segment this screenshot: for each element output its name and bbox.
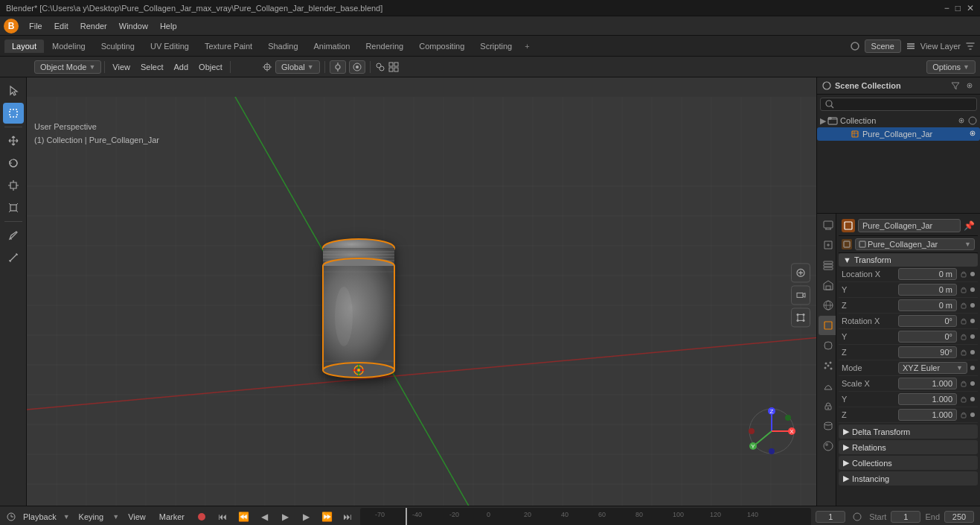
timeline-playhead[interactable] (406, 508, 407, 526)
rotation-z-dot[interactable] (970, 350, 975, 354)
tool-measure[interactable] (3, 247, 24, 268)
lock-z-icon[interactable] (960, 302, 967, 309)
timeline-ruler[interactable]: -70 -40 -20 0 20 40 60 80 100 120 140 (360, 508, 811, 526)
mode-selector[interactable]: Object Mode ▼ (34, 60, 101, 74)
object-visibility-icon[interactable] (968, 129, 977, 138)
view-menu-btn[interactable]: View (108, 61, 135, 73)
rotation-y-dot[interactable] (970, 334, 975, 339)
timeline-view-label[interactable]: View (124, 511, 150, 523)
add-menu-btn[interactable]: Add (170, 61, 193, 73)
prop-tab-viewlayer[interactable] (819, 255, 836, 275)
jump-start-btn[interactable]: ⏮ (214, 509, 231, 525)
marker-label[interactable]: Marker (155, 511, 189, 523)
prop-tab-output[interactable] (819, 235, 836, 255)
tab-shading[interactable]: Shading (260, 39, 305, 53)
menu-help[interactable]: Help (155, 20, 182, 32)
prop-tab-object[interactable] (819, 316, 836, 335)
menu-window[interactable]: Window (114, 20, 153, 32)
scene-hide-all-btn[interactable] (964, 80, 976, 92)
prev-frame-btn[interactable]: ◀ (256, 509, 272, 525)
object-name-field[interactable]: Pure_Collagen_Jar (858, 219, 961, 232)
menu-render[interactable]: Render (75, 20, 112, 32)
lock-y-icon[interactable] (960, 286, 967, 293)
tab-scripting[interactable]: Scripting (473, 39, 519, 53)
prop-tab-scene[interactable] (819, 276, 836, 295)
tab-rendering[interactable]: Rendering (358, 39, 411, 53)
select-menu-btn[interactable]: Select (136, 61, 168, 73)
end-frame-field[interactable]: 250 (944, 511, 974, 523)
prop-tab-world[interactable] (819, 296, 836, 315)
next-keyframe-btn[interactable]: ⏩ (318, 509, 335, 525)
scene-filter-icon[interactable] (949, 80, 961, 92)
collections-header[interactable]: ▶ Collections (839, 456, 978, 470)
lock-sz-icon[interactable] (960, 411, 967, 419)
scene-search-input[interactable] (837, 100, 972, 109)
tool-transform[interactable] (3, 197, 24, 218)
record-btn[interactable] (193, 509, 210, 525)
playback-label[interactable]: Playback (19, 511, 61, 523)
viewport-gizmo[interactable]: Z X Y (742, 401, 801, 461)
start-frame-field[interactable]: 1 (891, 511, 920, 523)
scale-x-value[interactable]: 1.000 (898, 378, 957, 389)
proportional-edit-toggle[interactable] (349, 60, 365, 74)
relations-header[interactable]: ▶ Relations (839, 440, 978, 454)
next-frame-btn[interactable]: ▶ (298, 509, 314, 525)
keying-label[interactable]: Keying (74, 511, 109, 523)
rotation-y-value[interactable]: 0° (898, 331, 957, 343)
location-x-value[interactable]: 0 m (898, 268, 957, 280)
tool-cursor[interactable] (3, 80, 24, 101)
viewport-zoom-in-btn[interactable] (791, 263, 810, 282)
menu-edit[interactable]: Edit (49, 20, 74, 32)
lock-x-icon[interactable] (960, 270, 967, 278)
menu-file[interactable]: File (24, 20, 48, 32)
play-btn[interactable]: ▶ (277, 509, 293, 525)
tool-annotate[interactable] (3, 225, 24, 246)
tab-uv-editing[interactable]: UV Editing (143, 39, 196, 53)
viewport-ortho-btn[interactable] (791, 308, 810, 327)
tool-scale[interactable] (3, 175, 24, 196)
scale-x-dot[interactable] (970, 381, 975, 386)
lock-sy-icon[interactable] (960, 395, 967, 403)
scale-z-value[interactable]: 1.000 (898, 409, 957, 421)
rotation-z-value[interactable]: 90° (898, 346, 957, 358)
viewport-camera-btn[interactable] (791, 285, 810, 305)
lock-sx-icon[interactable] (960, 380, 967, 387)
3d-object-jar[interactable] (310, 227, 407, 392)
jump-end-btn[interactable]: ⏭ (339, 509, 356, 525)
collection-render-icon[interactable] (968, 116, 977, 125)
pin-btn[interactable]: 📌 (964, 220, 975, 231)
prop-tab-physics[interactable] (819, 376, 836, 395)
transform-header[interactable]: ▼ Transform (839, 253, 978, 267)
tab-animation[interactable]: Animation (307, 39, 358, 53)
scale-y-dot[interactable] (970, 397, 975, 401)
viewport[interactable]: User Perspective (1) Collection | Pure_C… (27, 77, 816, 506)
object-row-jar[interactable]: Pure_Collagen_Jar (817, 127, 980, 141)
scene-selector[interactable]: Scene (865, 39, 901, 53)
lock-rx-icon[interactable] (960, 317, 967, 325)
location-z-value[interactable]: 0 m (898, 299, 957, 311)
lock-ry-icon[interactable] (960, 333, 967, 340)
location-x-dot[interactable] (970, 272, 975, 276)
object-menu-btn[interactable]: Object (194, 61, 227, 73)
prev-keyframe-btn[interactable]: ⏪ (235, 509, 252, 525)
minimize-btn[interactable]: − (944, 3, 949, 13)
prop-tab-material[interactable] (819, 436, 836, 456)
collection-row[interactable]: ▶ Collection (817, 114, 980, 127)
global-selector[interactable]: Global ▼ (275, 60, 320, 74)
prop-tab-render[interactable] (819, 215, 836, 235)
prop-tab-modifier[interactable] (819, 336, 836, 355)
delta-transform-header[interactable]: ▶ Delta Transform (839, 424, 978, 439)
scale-y-value[interactable]: 1.000 (898, 393, 957, 405)
add-workspace-btn[interactable]: + (520, 40, 534, 52)
rotation-mode-dot[interactable] (970, 366, 975, 370)
rotation-x-dot[interactable] (970, 319, 975, 323)
collection-visibility-icon[interactable] (957, 116, 966, 125)
tab-sculpting[interactable]: Sculpting (94, 39, 142, 53)
prop-tab-particles[interactable] (819, 356, 836, 375)
scale-z-dot[interactable] (970, 413, 975, 417)
tool-move[interactable] (3, 130, 24, 151)
rotation-mode-selector[interactable]: XYZ Euler ▼ (898, 362, 967, 374)
tool-rotate[interactable] (3, 153, 24, 174)
location-z-dot[interactable] (970, 303, 975, 308)
current-frame-field[interactable]: 1 (816, 511, 845, 523)
